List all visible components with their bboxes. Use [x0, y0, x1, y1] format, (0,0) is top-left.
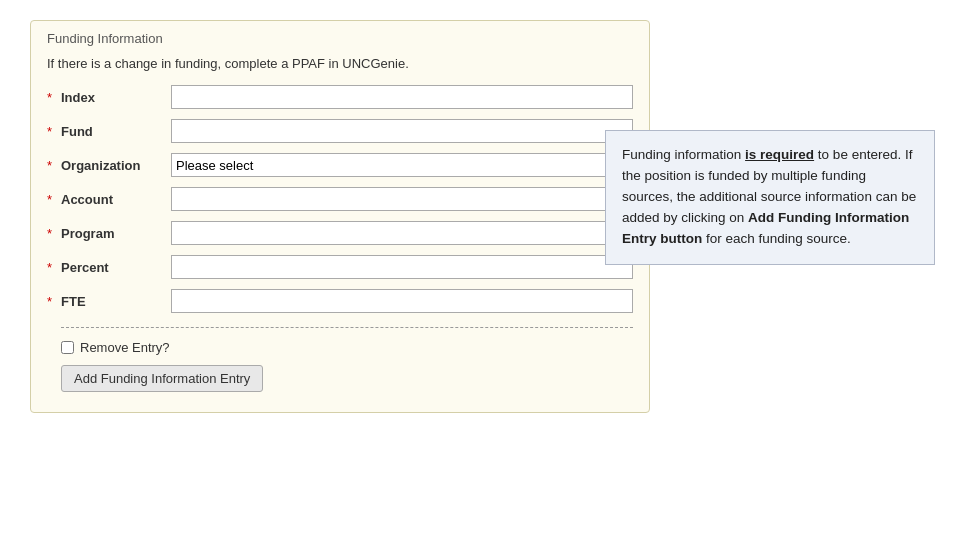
organization-required: *: [47, 158, 61, 173]
index-row: * Index: [47, 85, 633, 109]
divider: [61, 327, 633, 328]
remove-entry-row: Remove Entry?: [47, 340, 633, 355]
tooltip-text-after: for each funding source.: [702, 231, 851, 246]
program-required: *: [47, 226, 61, 241]
organization-row: * Organization Please select ▼: [47, 153, 633, 177]
percent-row: * Percent: [47, 255, 633, 279]
organization-select[interactable]: Please select: [171, 153, 633, 177]
fte-input[interactable]: [171, 289, 633, 313]
add-funding-entry-button[interactable]: Add Funding Information Entry: [61, 365, 263, 392]
tooltip-text-before: Funding information: [622, 147, 745, 162]
program-row: * Program: [47, 221, 633, 245]
funding-information-section: Funding Information If there is a change…: [30, 20, 650, 413]
account-row: * Account: [47, 187, 633, 211]
percent-label: Percent: [61, 260, 171, 275]
program-label: Program: [61, 226, 171, 241]
fte-row: * FTE: [47, 289, 633, 313]
index-required: *: [47, 90, 61, 105]
index-label: Index: [61, 90, 171, 105]
index-input[interactable]: [171, 85, 633, 109]
page-wrapper: Funding Information If there is a change…: [0, 0, 960, 433]
account-label: Account: [61, 192, 171, 207]
fund-required: *: [47, 124, 61, 139]
tooltip-required-text: is required: [745, 147, 814, 162]
percent-input[interactable]: [171, 255, 633, 279]
fund-row: * Fund: [47, 119, 633, 143]
remove-entry-checkbox[interactable]: [61, 341, 74, 354]
fund-label: Fund: [61, 124, 171, 139]
account-required: *: [47, 192, 61, 207]
program-input[interactable]: [171, 221, 633, 245]
organization-label: Organization: [61, 158, 171, 173]
tooltip-box: Funding information is required to be en…: [605, 130, 935, 265]
fund-input[interactable]: [171, 119, 633, 143]
section-title: Funding Information: [47, 31, 633, 46]
remove-entry-label: Remove Entry?: [80, 340, 170, 355]
account-input[interactable]: [171, 187, 633, 211]
percent-required: *: [47, 260, 61, 275]
fte-required: *: [47, 294, 61, 309]
organization-select-wrapper: Please select ▼: [171, 153, 633, 177]
subtitle: If there is a change in funding, complet…: [47, 56, 633, 71]
fte-label: FTE: [61, 294, 171, 309]
